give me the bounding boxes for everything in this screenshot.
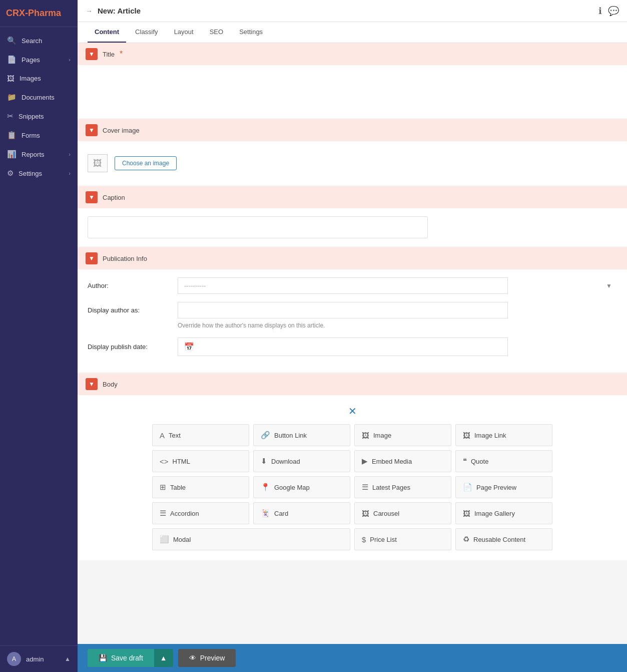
nav-chevron: › bbox=[69, 151, 71, 157]
sidebar-footer: A admin ▲ bbox=[0, 645, 78, 672]
pub-info-header[interactable]: ▼ Publication Info bbox=[78, 247, 627, 269]
close-cross-area: ✕ bbox=[88, 405, 617, 417]
sidebar-item-images[interactable]: 🖼 Images bbox=[0, 69, 78, 88]
block-label: Quote bbox=[471, 458, 488, 465]
block-label: Page Preview bbox=[476, 484, 516, 491]
nav-icon: 📁 bbox=[7, 93, 17, 102]
block-label: Google Map bbox=[274, 484, 310, 491]
block-icon: 📍 bbox=[261, 483, 270, 492]
tab-classify[interactable]: Classify bbox=[128, 22, 165, 43]
block-icon: 🔗 bbox=[261, 431, 270, 440]
close-body-button[interactable]: ✕ bbox=[348, 405, 357, 417]
block-download[interactable]: ⬇ Download bbox=[253, 450, 350, 472]
sidebar-item-reports[interactable]: 📊 Reports › bbox=[0, 145, 78, 164]
choose-image-button[interactable]: Choose an image bbox=[115, 156, 177, 170]
block-icon: ❝ bbox=[463, 457, 467, 466]
title-section-header[interactable]: ▼ Title * bbox=[78, 43, 627, 65]
publish-date-input[interactable]: 📅 bbox=[178, 338, 508, 356]
sidebar-item-forms[interactable]: 📋 Forms bbox=[0, 126, 78, 145]
sidebar-item-pages[interactable]: 📄 Pages › bbox=[0, 50, 78, 69]
main-panel: → New: Article ℹ 💬 ContentClassifyLayout… bbox=[78, 0, 627, 672]
block-icon: 🖼 bbox=[362, 431, 369, 440]
cover-image-label: Cover image bbox=[103, 127, 140, 134]
block-html[interactable]: <> HTML bbox=[152, 450, 249, 472]
topbar-icons: ℹ 💬 bbox=[598, 6, 619, 17]
body-header[interactable]: ▼ Body bbox=[78, 373, 627, 395]
caption-collapse-btn[interactable]: ▼ bbox=[86, 191, 98, 203]
footer-chevron[interactable]: ▲ bbox=[65, 655, 71, 662]
block-price-list[interactable]: $ Price List bbox=[354, 528, 451, 550]
cover-image-header[interactable]: ▼ Cover image bbox=[78, 119, 627, 141]
block-button-link[interactable]: 🔗 Button Link bbox=[253, 424, 350, 446]
block-text[interactable]: A Text bbox=[152, 424, 249, 446]
save-draft-button[interactable]: 💾 Save draft bbox=[88, 649, 154, 667]
title-input[interactable] bbox=[88, 73, 617, 108]
sidebar-item-settings[interactable]: ⚙ Settings › bbox=[0, 164, 78, 183]
nav-icon: 📄 bbox=[7, 55, 17, 64]
preview-button[interactable]: 👁 Preview bbox=[178, 649, 236, 667]
title-section-body bbox=[78, 65, 627, 118]
sidebar-item-documents[interactable]: 📁 Documents bbox=[0, 88, 78, 107]
sidebar-item-search[interactable]: 🔍 Search bbox=[0, 31, 78, 50]
back-arrow[interactable]: → bbox=[86, 7, 93, 15]
block-embed-media[interactable]: ▶ Embed Media bbox=[354, 450, 451, 472]
block-modal[interactable]: ⬜ Modal bbox=[152, 528, 350, 550]
tab-content[interactable]: Content bbox=[88, 22, 126, 43]
display-author-input[interactable] bbox=[178, 302, 508, 318]
block-table[interactable]: ⊞ Table bbox=[152, 476, 249, 498]
block-card[interactable]: 🃏 Card bbox=[253, 502, 350, 524]
caption-input[interactable] bbox=[88, 216, 428, 238]
author-select-chevron: ▼ bbox=[606, 282, 612, 289]
caption-body bbox=[78, 208, 627, 246]
nav-icon: 🔍 bbox=[7, 36, 17, 45]
block-accordion[interactable]: ☰ Accordion bbox=[152, 502, 249, 524]
publication-info-section: ▼ Publication Info Author: ---------- ▼ bbox=[78, 247, 627, 372]
body-collapse-btn[interactable]: ▼ bbox=[86, 378, 98, 390]
block-label: Table bbox=[170, 484, 186, 491]
nav-icon: ⚙ bbox=[7, 169, 14, 178]
block-reusable-content[interactable]: ♻ Reusable Content bbox=[455, 528, 552, 550]
title-collapse-btn[interactable]: ▼ bbox=[86, 48, 98, 60]
block-latest-pages[interactable]: ☰ Latest Pages bbox=[354, 476, 451, 498]
block-label: Button Link bbox=[274, 432, 307, 439]
nav-icon: ✂ bbox=[7, 112, 14, 121]
block-image-link[interactable]: 🖼 Image Link bbox=[455, 424, 552, 446]
author-select[interactable]: ---------- bbox=[178, 277, 508, 294]
cover-image-section: ▼ Cover image 🖼 Choose an image bbox=[78, 119, 627, 185]
info-icon[interactable]: ℹ bbox=[598, 6, 602, 17]
bottom-bar: 💾 Save draft ▲ 👁 Preview bbox=[78, 644, 627, 672]
title-section: ▼ Title * bbox=[78, 43, 627, 118]
nav-label: Documents bbox=[22, 94, 55, 101]
author-label: Author: bbox=[88, 282, 178, 289]
block-icon: A bbox=[160, 431, 165, 440]
save-draft-arrow-button[interactable]: ▲ bbox=[154, 649, 173, 667]
pub-info-collapse-btn[interactable]: ▼ bbox=[86, 252, 98, 264]
calendar-icon: 📅 bbox=[184, 342, 194, 352]
author-select-wrap: ---------- ▼ bbox=[178, 277, 617, 294]
publish-date-label: Display publish date: bbox=[88, 343, 178, 351]
block-image-gallery[interactable]: 🖼 Image Gallery bbox=[455, 502, 552, 524]
block-icon: ⬜ bbox=[160, 535, 169, 544]
block-icon: 🃏 bbox=[261, 509, 270, 518]
sidebar-item-snippets[interactable]: ✂ Snippets bbox=[0, 107, 78, 126]
block-page-preview[interactable]: 📄 Page Preview bbox=[455, 476, 552, 498]
block-quote[interactable]: ❝ Quote bbox=[455, 450, 552, 472]
logo: CRX-Pharma bbox=[0, 0, 78, 27]
caption-header[interactable]: ▼ Caption bbox=[78, 186, 627, 208]
block-label: Modal bbox=[173, 536, 191, 543]
title-section-label: Title bbox=[103, 51, 115, 58]
cover-image-body: 🖼 Choose an image bbox=[78, 141, 627, 185]
author-field: Author: ---------- ▼ bbox=[88, 277, 617, 294]
publish-date-field: Display publish date: 📅 bbox=[88, 338, 617, 356]
block-label: Embed Media bbox=[372, 458, 412, 465]
tab-layout[interactable]: Layout bbox=[167, 22, 201, 43]
block-image[interactable]: 🖼 Image bbox=[354, 424, 451, 446]
pub-info-body: Author: ---------- ▼ Display author as: bbox=[78, 269, 627, 372]
cover-image-collapse-btn[interactable]: ▼ bbox=[86, 124, 98, 136]
chat-icon[interactable]: 💬 bbox=[608, 6, 619, 17]
tab-seo[interactable]: SEO bbox=[203, 22, 230, 43]
tab-settings[interactable]: Settings bbox=[232, 22, 270, 43]
block-carousel[interactable]: 🖼 Carousel bbox=[354, 502, 451, 524]
block-google-map[interactable]: 📍 Google Map bbox=[253, 476, 350, 498]
nav-label: Images bbox=[20, 75, 41, 82]
